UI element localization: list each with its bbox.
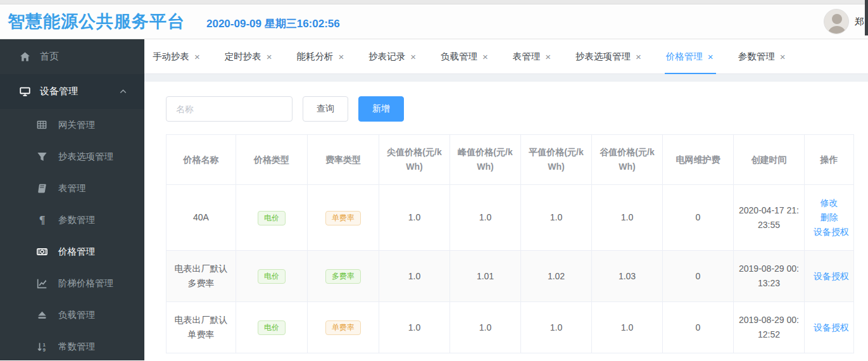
device-authorize-link[interactable]: 设备授权 — [814, 225, 849, 239]
book-icon — [36, 182, 47, 194]
tab-manual-reading[interactable]: 手动抄表× — [153, 39, 200, 74]
sidebar-item-label: 网关管理 — [58, 119, 95, 131]
toolbar: 查询 新增 — [166, 96, 853, 122]
close-icon[interactable]: × — [410, 51, 416, 62]
numeric-sort-icon: 19 — [36, 341, 47, 352]
valley-price-cell: 1.0 — [592, 302, 663, 353]
sidebar-group-label: 设备管理 — [40, 86, 78, 98]
device-authorize-link[interactable]: 设备授权 — [814, 320, 849, 335]
table-row: 电表出厂默认多费率电价多费率1.01.011.021.0302019-08-29… — [167, 251, 854, 302]
flat-price-cell: 1.0 — [521, 185, 592, 251]
sidebar-item-label: 负载管理 — [58, 309, 95, 321]
rate-type-badge: 多费率 — [325, 269, 361, 284]
user-avatar[interactable] — [824, 9, 849, 34]
delete-link[interactable]: 删除 — [821, 210, 838, 225]
created-at-cell: 2019-08-29 00:12:52 — [734, 302, 805, 353]
peak-price-cell: 1.01 — [450, 251, 521, 302]
add-button[interactable]: 新增 — [358, 96, 404, 122]
tab-load-management[interactable]: 负载管理× — [441, 39, 488, 74]
valley-price-cell: 1.0 — [592, 185, 663, 251]
price-type-badge: 电价 — [258, 320, 286, 335]
tab-label: 抄表记录 — [368, 51, 405, 63]
rate-type-cell: 单费率 — [308, 302, 379, 353]
tab-label: 负载管理 — [441, 51, 477, 63]
svg-text:¶: ¶ — [39, 215, 45, 225]
device-authorize-link[interactable]: 设备授权 — [814, 269, 849, 284]
table-row: 40A电价单费率1.01.01.01.002020-04-17 21:23:55… — [167, 185, 854, 251]
sidebar-item-parameter-management[interactable]: ¶参数管理 — [0, 204, 144, 236]
name-search-input[interactable] — [166, 96, 292, 122]
rate-type-cell: 多费率 — [308, 251, 379, 302]
tab-energy-analysis[interactable]: 能耗分析× — [297, 39, 344, 74]
edit-link[interactable]: 修改 — [821, 196, 838, 210]
tab-label: 表管理 — [513, 51, 541, 63]
sidebar-item-label: 表管理 — [58, 182, 86, 194]
sidebar-item-meter-management[interactable]: 表管理 — [0, 172, 144, 204]
sidebar-item-price-management[interactable]: 价格管理 — [0, 236, 144, 267]
pilcrow-icon: ¶ — [36, 214, 47, 225]
app-title: 智慧能源公共服务平台 — [8, 10, 185, 33]
price-type-badge: 电价 — [258, 269, 286, 284]
main-area: 手动抄表×定时抄表×能耗分析×抄表记录×负载管理×表管理×抄表选项管理×价格管理… — [144, 39, 868, 360]
tab-bar: 手动抄表×定时抄表×能耗分析×抄表记录×负载管理×表管理×抄表选项管理×价格管理… — [144, 39, 868, 74]
column-header: 费率类型 — [308, 135, 379, 185]
query-button[interactable]: 查询 — [303, 96, 348, 122]
column-header: 价格类型 — [236, 135, 308, 185]
window-edge-dark-corner — [865, 0, 868, 35]
price-type-cell: 电价 — [236, 302, 308, 353]
column-header: 电网维护费 — [663, 135, 734, 185]
peak-price-cell: 1.0 — [450, 302, 521, 353]
tab-meter-management[interactable]: 表管理× — [513, 39, 551, 74]
close-icon[interactable]: × — [708, 51, 714, 62]
close-icon[interactable]: × — [194, 51, 200, 62]
window-top-strip — [0, 0, 868, 4]
sidebar-item-constant-management[interactable]: 19常数管理 — [0, 331, 144, 360]
tab-price-management[interactable]: 价格管理× — [666, 39, 714, 74]
tab-label: 定时抄表 — [225, 51, 261, 63]
close-icon[interactable]: × — [780, 51, 786, 62]
price-table: 价格名称价格类型费率类型尖值价格(元/kWh)峰值价格(元/kWh)平值价格(元… — [166, 134, 854, 353]
svg-text:9: 9 — [42, 347, 46, 352]
close-icon[interactable]: × — [339, 51, 344, 62]
rate-type-badge: 单费率 — [325, 211, 361, 225]
grid-icon — [36, 119, 47, 130]
created-at-cell: 2019-08-29 00:13:23 — [734, 251, 805, 302]
close-icon[interactable]: × — [482, 51, 488, 62]
tab-label: 能耗分析 — [297, 51, 334, 63]
column-header: 操作 — [805, 135, 854, 185]
sidebar-item-gateway-management[interactable]: 网关管理 — [0, 109, 144, 141]
price-type-cell: 电价 — [236, 185, 308, 251]
price-name-cell: 电表出厂默认多费率 — [167, 251, 236, 302]
close-icon[interactable]: × — [267, 51, 272, 62]
tab-parameter-management[interactable]: 参数管理× — [738, 39, 786, 74]
sidebar-item-label: 价格管理 — [58, 246, 95, 258]
sidebar-item-label: 阶梯价格管理 — [58, 277, 113, 289]
sidebar-group-device-management[interactable]: 设备管理 — [0, 74, 144, 109]
sharp-price-cell: 1.0 — [379, 185, 450, 251]
tab-label: 手动抄表 — [153, 51, 189, 63]
sidebar: 首页 设备管理 网关管理抄表选项管理表管理¶参数管理价格管理阶梯价格管理负载管理… — [0, 39, 144, 360]
tab-scheduled-reading[interactable]: 定时抄表× — [225, 39, 272, 74]
app-window: 智慧能源公共服务平台 2020-09-09 星期三16:02:56 郑 首页 设… — [0, 0, 868, 361]
close-icon[interactable]: × — [545, 51, 551, 62]
header-datetime: 2020-09-09 星期三16:02:56 — [206, 12, 340, 31]
flat-price-cell: 1.02 — [521, 251, 592, 302]
flat-price-cell: 1.0 — [521, 302, 592, 353]
sidebar-item-label: 参数管理 — [58, 214, 95, 226]
column-header: 价格名称 — [167, 135, 236, 185]
actions-cell: 设备授权 — [805, 302, 854, 353]
sidebar-item-load-management[interactable]: 负载管理 — [0, 299, 144, 331]
tab-reading-options-management[interactable]: 抄表选项管理× — [576, 39, 641, 74]
sidebar-item-home[interactable]: 首页 — [0, 39, 144, 74]
home-icon — [19, 51, 30, 63]
sidebar-item-tiered-price-management[interactable]: 阶梯价格管理 — [0, 267, 144, 299]
username-label: 郑 — [855, 16, 864, 28]
close-icon[interactable]: × — [636, 51, 641, 62]
sidebar-item-meter-reading-options[interactable]: 抄表选项管理 — [0, 141, 144, 172]
tab-reading-records[interactable]: 抄表记录× — [368, 39, 416, 74]
app-body: 首页 设备管理 网关管理抄表选项管理表管理¶参数管理价格管理阶梯价格管理负载管理… — [0, 39, 868, 360]
user-menu[interactable]: 郑 — [824, 9, 868, 34]
price-management-panel: 查询 新增 价格名称价格类型费率类型尖值价格(元/kWh)峰值价格(元/kWh)… — [144, 82, 868, 360]
app-header: 智慧能源公共服务平台 2020-09-09 星期三16:02:56 郑 — [0, 4, 868, 39]
price-type-badge: 电价 — [258, 211, 286, 225]
